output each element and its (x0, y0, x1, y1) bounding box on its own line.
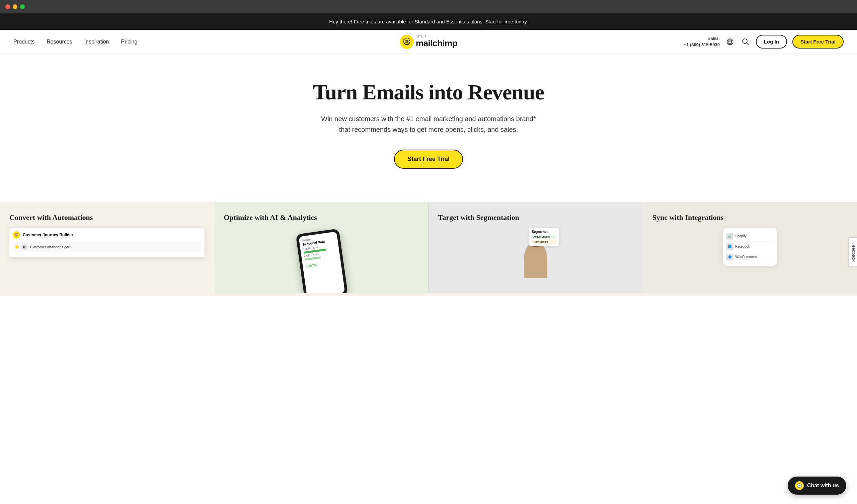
play-icon: ▶ (21, 244, 28, 250)
feature-ai-analytics: Optimize with AI & Analytics Reports Sea… (214, 202, 428, 296)
integration-label-2: Facebook (735, 245, 750, 248)
feature-automations: Convert with Automations 🐒 Customer Jour… (0, 202, 214, 296)
hero-cta-button[interactable]: Start Free Trial (394, 150, 463, 169)
logo-brand-text: intuit (416, 35, 457, 38)
nav-pricing[interactable]: Pricing (121, 39, 137, 45)
login-button[interactable]: Log In (756, 35, 787, 49)
feature-automations-title: Convert with Automations (10, 213, 204, 222)
svg-point-3 (405, 40, 407, 41)
hero-section: Turn Emails into Revenue Win new custome… (0, 54, 857, 202)
person-body (524, 241, 547, 278)
svg-point-4 (407, 40, 408, 41)
sales-label: Sales: (684, 35, 720, 41)
cjb-header-label: Customer Journey Builder (23, 233, 73, 237)
feedback-tab[interactable]: Feedback (848, 237, 857, 266)
mailchimp-logo-icon (400, 35, 414, 49)
integration-item-1: 🛒 Shopify (726, 231, 773, 241)
integrations-card: 🛒 Shopify 📘 Facebook 🔷 WooCommerce (723, 228, 777, 266)
integration-icon-2: 📘 (726, 243, 733, 250)
announcement-link[interactable]: Start for free today. (485, 19, 527, 24)
seg-tag-2: New Visitors (532, 240, 556, 244)
announcement-text: Hey there! Free trials are available for… (329, 19, 484, 24)
phone-screen: Reports Seasonal Sale 7,326 Opens 4,631 … (299, 232, 345, 296)
segmentation-card: Segments Active Buyers New Visitors (529, 228, 559, 246)
maximize-button[interactable] (20, 4, 25, 9)
close-button[interactable] (5, 4, 10, 9)
sales-info: Sales: +1 (800) 315-5939 (684, 35, 720, 48)
phone-growth-value: +66.7% (305, 263, 318, 269)
svg-point-5 (409, 41, 410, 42)
seg-card-label: Segments (532, 230, 556, 234)
integration-label-3: WooCommerce (735, 255, 758, 259)
features-row: Convert with Automations 🐒 Customer Jour… (0, 202, 857, 296)
navbar: Products Resources Inspiration Pricing i… (0, 30, 857, 54)
window-chrome (0, 0, 857, 13)
cjb-item-label: Customer abandons cart (30, 245, 70, 249)
nav-resources[interactable]: Resources (47, 39, 72, 45)
integration-icon-3: 🔷 (726, 254, 733, 261)
logo-name-text: mailchimp (416, 38, 457, 49)
person-image: Segments Active Buyers New Visitors (516, 228, 556, 278)
integrations-mockup: 🛒 Shopify 📘 Facebook 🔷 WooCommerce (653, 228, 847, 266)
integration-label-1: Shopify (735, 234, 746, 238)
sales-phone: +1 (800) 315-5939 (684, 42, 720, 48)
cjb-dot-icon (15, 245, 19, 249)
globe-icon (726, 38, 734, 46)
integration-item-3: 🔷 WooCommerce (726, 252, 773, 263)
search-icon (742, 38, 749, 46)
phone-device: Reports Seasonal Sale 7,326 Opens 4,631 … (296, 229, 348, 296)
nav-right: Sales: +1 (800) 315-5939 Log In Start Fr… (684, 35, 844, 49)
feature-ai-title: Optimize with AI & Analytics (224, 213, 419, 222)
segmentation-mockup: Segments Active Buyers New Visitors (438, 228, 633, 278)
logo-container[interactable]: intuit mailchimp (400, 35, 457, 49)
svg-line-12 (746, 43, 749, 45)
hero-subtitle: Win new customers with the #1 email mark… (315, 114, 542, 135)
feature-segmentation: Target with Segmentation Segments Active… (428, 202, 643, 296)
nav-left: Products Resources Inspiration Pricing (13, 39, 137, 45)
feature-integrations: Sync with Integrations 🛒 Shopify 📘 Faceb… (643, 202, 857, 296)
announcement-bar: Hey there! Free trials are available for… (0, 13, 857, 30)
svg-point-2 (404, 38, 409, 44)
language-selector-button[interactable] (725, 37, 735, 47)
feedback-label: Feedback (851, 242, 856, 262)
nav-trial-button[interactable]: Start Free Trial (792, 35, 844, 49)
hero-title: Turn Emails into Revenue (13, 81, 844, 104)
nav-inspiration[interactable]: Inspiration (84, 39, 109, 45)
feature-seg-title: Target with Segmentation (438, 213, 633, 222)
ai-analytics-mockup: Reports Seasonal Sale 7,326 Opens 4,631 … (224, 228, 419, 295)
cjb-item-1: ▶ Customer abandons cart (13, 242, 201, 252)
nav-products[interactable]: Products (13, 39, 34, 45)
feature-int-title: Sync with Integrations (653, 213, 847, 222)
seg-tag-1: Active Buyers (532, 235, 556, 239)
minimize-button[interactable] (13, 4, 17, 9)
cjb-logo-icon: 🐒 (13, 231, 20, 239)
integration-item-2: 📘 Facebook (726, 241, 773, 252)
carousel-dots (0, 293, 857, 296)
integration-icon-1: 🛒 (726, 233, 733, 240)
search-button[interactable] (740, 37, 751, 47)
automations-mockup: 🐒 Customer Journey Builder ▶ Customer ab… (10, 228, 204, 257)
